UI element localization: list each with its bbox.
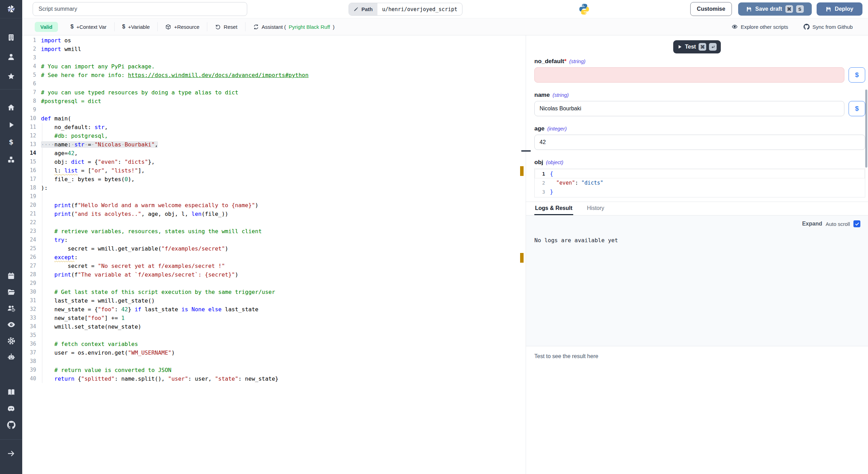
play-icon [677, 44, 682, 49]
expand-button[interactable]: Expand [802, 221, 822, 227]
sidebar-divider [0, 89, 22, 90]
no-logs-message: No logs are available yet [534, 237, 860, 244]
assistant-linters: Pyright Black Ruff [289, 24, 330, 30]
package-icon [165, 24, 171, 30]
variables-dollar-icon[interactable]: $ [0, 134, 22, 151]
eye-icon [732, 24, 738, 30]
svg-text:$: $ [9, 138, 13, 146]
preview-panel: Test ⌘ no_default* (string) $ [526, 35, 868, 474]
obj-editor-lines: 1{2 "even": "dicts"3} [535, 169, 865, 196]
panel-scrollbar-thumb[interactable] [865, 90, 867, 168]
name-input[interactable] [534, 101, 844, 116]
workspace-building-icon[interactable] [0, 28, 22, 47]
add-resource-button[interactable]: +Resource [158, 24, 207, 30]
github-icon[interactable] [0, 417, 22, 433]
ai-robot-icon[interactable] [0, 349, 22, 365]
deploy-button[interactable]: Deploy [817, 2, 862, 16]
check-icon [855, 222, 859, 226]
warning-marker [520, 253, 524, 263]
insert-variable-button[interactable]: $ [849, 101, 865, 116]
docs-book-icon[interactable] [0, 384, 22, 400]
folders-icon[interactable] [0, 284, 22, 300]
app-window: $ [0, 0, 868, 474]
required-asterisk: * [564, 58, 567, 65]
insert-variable-button[interactable]: $ [849, 67, 865, 83]
groups-users-gear-icon[interactable] [0, 300, 22, 316]
save-icon [826, 6, 832, 12]
field-label-obj: obj [534, 159, 543, 166]
python-logo-icon [578, 3, 591, 16]
warning-marker [520, 166, 524, 176]
path-field[interactable]: Path u/henri/overjoyed_script [349, 3, 462, 16]
path-label: Path [349, 3, 377, 15]
audit-eye-icon[interactable] [0, 316, 22, 333]
schedules-calendar-icon[interactable] [0, 268, 22, 284]
dollar-icon: $ [122, 24, 125, 30]
sidebar-divider [0, 439, 22, 440]
path-value: u/henri/overjoyed_script [377, 3, 462, 15]
age-input[interactable] [534, 135, 865, 150]
github-icon [803, 24, 810, 30]
top-bar: Path u/henri/overjoyed_script Customise … [22, 0, 868, 18]
result-placeholder: Test to see the result here [534, 353, 598, 359]
tab-logs-result[interactable]: Logs & Result [534, 202, 573, 215]
no-default-input[interactable] [534, 67, 844, 83]
obj-json-editor[interactable]: 1{2 "even": "dicts"3} [534, 168, 865, 197]
validity-badge: Valid [35, 22, 58, 32]
pencil-icon [353, 7, 359, 12]
save-icon [746, 6, 752, 12]
sync-github-button[interactable]: Sync from Github [796, 24, 860, 30]
editor-toolbar: Valid $ +Context Var $ +Variable +Resour… [22, 18, 868, 35]
explore-scripts-button[interactable]: Explore other scripts [724, 24, 796, 30]
runs-play-icon[interactable] [0, 116, 22, 134]
arguments-form: no_default* (string) $ name (string) [526, 53, 868, 197]
cmd-key-badge: ⌘ [785, 5, 793, 13]
indent-guide [42, 192, 42, 383]
customise-button[interactable]: Customise [690, 2, 732, 16]
autoscroll-label: Auto scroll [826, 221, 850, 227]
user-icon[interactable] [0, 47, 22, 67]
refresh-icon [253, 24, 259, 30]
script-summary-input[interactable] [33, 2, 247, 16]
add-variable-button[interactable]: $ +Variable [115, 24, 158, 30]
assistant-button[interactable]: Assistant (Pyright Black Ruff) [245, 24, 342, 30]
field-type: (integer) [547, 126, 567, 132]
code-lines: 1import os2import wmill34# You can impor… [22, 36, 526, 383]
logs-area: Expand Auto scroll No logs are available… [526, 215, 868, 346]
field-type: (object) [546, 159, 564, 165]
field-type: (string) [552, 92, 569, 98]
code-editor[interactable]: 1import os2import wmill34# You can impor… [22, 35, 526, 474]
expand-arrow-right-icon[interactable] [0, 445, 22, 462]
windmill-logo-icon[interactable] [0, 0, 22, 18]
tab-history[interactable]: History [586, 202, 605, 215]
field-type: (string) [569, 58, 586, 64]
reset-button[interactable]: Reset [207, 24, 245, 30]
indent-guide [42, 123, 42, 184]
favorites-star-icon[interactable] [0, 67, 22, 86]
result-area: Test to see the result here [526, 346, 868, 474]
cmd-key-badge: ⌘ [699, 43, 706, 51]
field-label-age: age [534, 125, 544, 132]
test-button[interactable]: Test ⌘ [673, 40, 721, 53]
field-label-no-default: no_default* [534, 58, 567, 65]
field-label-name: name [534, 92, 550, 99]
dollar-icon: $ [70, 24, 74, 30]
save-draft-button[interactable]: Save draft ⌘S [738, 2, 812, 16]
reset-icon [215, 24, 221, 30]
s-key-badge: S [796, 5, 804, 13]
panel-resize-handle[interactable] [521, 150, 531, 152]
sidebar: $ [0, 0, 22, 474]
home-icon[interactable] [0, 99, 22, 116]
resources-cubes-icon[interactable] [0, 151, 22, 168]
discord-icon[interactable] [0, 400, 22, 417]
result-tabs: Logs & Result History [526, 202, 868, 215]
enter-key-badge [709, 43, 717, 51]
autoscroll-checkbox[interactable] [853, 220, 860, 227]
workers-gear-icon[interactable] [0, 333, 22, 349]
add-context-var-button[interactable]: $ +Context Var [63, 24, 114, 30]
